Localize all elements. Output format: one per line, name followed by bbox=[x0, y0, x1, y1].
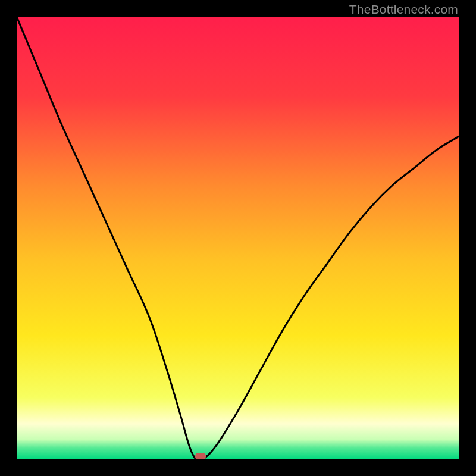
watermark-text: TheBottleneck.com bbox=[349, 2, 458, 17]
chart-canvas bbox=[17, 17, 459, 459]
optimal-point-marker bbox=[195, 453, 206, 459]
plot-area bbox=[17, 17, 459, 459]
chart-frame: TheBottleneck.com bbox=[0, 0, 476, 476]
gradient-background bbox=[17, 17, 459, 459]
